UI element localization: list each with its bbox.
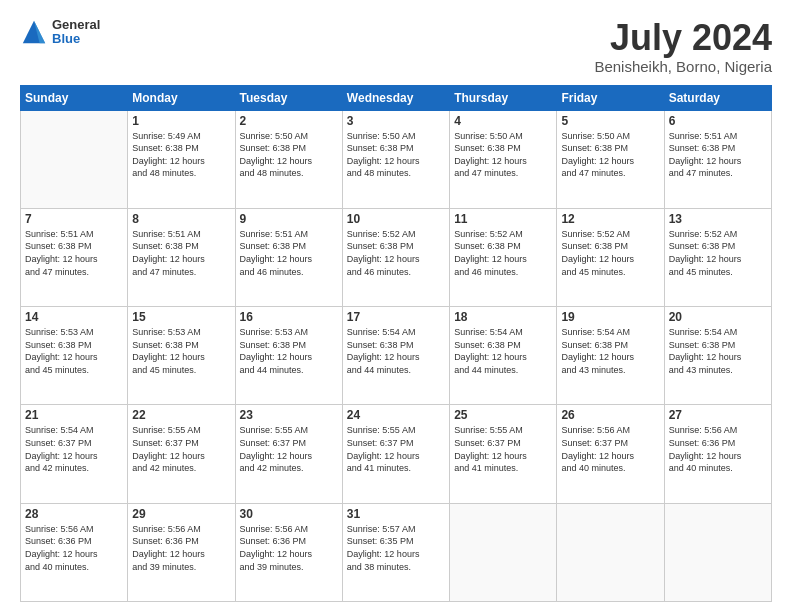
cell-info: Sunrise: 5:54 AMSunset: 6:38 PMDaylight:…: [561, 326, 659, 376]
calendar-header-row: SundayMondayTuesdayWednesdayThursdayFrid…: [21, 85, 772, 110]
calendar-cell: 25Sunrise: 5:55 AMSunset: 6:37 PMDayligh…: [450, 405, 557, 503]
calendar-week-row: 28Sunrise: 5:56 AMSunset: 6:36 PMDayligh…: [21, 503, 772, 601]
cell-info: Sunrise: 5:55 AMSunset: 6:37 PMDaylight:…: [132, 424, 230, 474]
cell-info: Sunrise: 5:55 AMSunset: 6:37 PMDaylight:…: [240, 424, 338, 474]
calendar-week-row: 14Sunrise: 5:53 AMSunset: 6:38 PMDayligh…: [21, 307, 772, 405]
cell-info: Sunrise: 5:57 AMSunset: 6:35 PMDaylight:…: [347, 523, 445, 573]
cell-info: Sunrise: 5:51 AMSunset: 6:38 PMDaylight:…: [132, 228, 230, 278]
cell-info: Sunrise: 5:49 AMSunset: 6:38 PMDaylight:…: [132, 130, 230, 180]
day-number: 13: [669, 212, 767, 226]
calendar-cell: 19Sunrise: 5:54 AMSunset: 6:38 PMDayligh…: [557, 307, 664, 405]
cell-info: Sunrise: 5:51 AMSunset: 6:38 PMDaylight:…: [669, 130, 767, 180]
day-number: 7: [25, 212, 123, 226]
day-number: 24: [347, 408, 445, 422]
logo-text: General Blue: [52, 18, 100, 47]
day-number: 11: [454, 212, 552, 226]
day-number: 30: [240, 507, 338, 521]
cell-info: Sunrise: 5:55 AMSunset: 6:37 PMDaylight:…: [347, 424, 445, 474]
calendar-cell: 11Sunrise: 5:52 AMSunset: 6:38 PMDayligh…: [450, 208, 557, 306]
title-block: July 2024 Benisheikh, Borno, Nigeria: [594, 18, 772, 75]
calendar-cell: 3Sunrise: 5:50 AMSunset: 6:38 PMDaylight…: [342, 110, 449, 208]
calendar-cell: 2Sunrise: 5:50 AMSunset: 6:38 PMDaylight…: [235, 110, 342, 208]
cell-info: Sunrise: 5:52 AMSunset: 6:38 PMDaylight:…: [347, 228, 445, 278]
logo: General Blue: [20, 18, 100, 47]
cell-info: Sunrise: 5:52 AMSunset: 6:38 PMDaylight:…: [454, 228, 552, 278]
day-number: 2: [240, 114, 338, 128]
cell-info: Sunrise: 5:51 AMSunset: 6:38 PMDaylight:…: [240, 228, 338, 278]
calendar-cell: 21Sunrise: 5:54 AMSunset: 6:37 PMDayligh…: [21, 405, 128, 503]
day-number: 12: [561, 212, 659, 226]
calendar-cell: 26Sunrise: 5:56 AMSunset: 6:37 PMDayligh…: [557, 405, 664, 503]
calendar-header-thursday: Thursday: [450, 85, 557, 110]
calendar-cell: [450, 503, 557, 601]
calendar-header-friday: Friday: [557, 85, 664, 110]
cell-info: Sunrise: 5:54 AMSunset: 6:38 PMDaylight:…: [454, 326, 552, 376]
logo-general-text: General: [52, 18, 100, 32]
day-number: 28: [25, 507, 123, 521]
day-number: 29: [132, 507, 230, 521]
cell-info: Sunrise: 5:56 AMSunset: 6:36 PMDaylight:…: [240, 523, 338, 573]
calendar-cell: 14Sunrise: 5:53 AMSunset: 6:38 PMDayligh…: [21, 307, 128, 405]
calendar-cell: 4Sunrise: 5:50 AMSunset: 6:38 PMDaylight…: [450, 110, 557, 208]
calendar-cell: 22Sunrise: 5:55 AMSunset: 6:37 PMDayligh…: [128, 405, 235, 503]
calendar-header-tuesday: Tuesday: [235, 85, 342, 110]
calendar-cell: [21, 110, 128, 208]
calendar-week-row: 21Sunrise: 5:54 AMSunset: 6:37 PMDayligh…: [21, 405, 772, 503]
calendar-cell: 30Sunrise: 5:56 AMSunset: 6:36 PMDayligh…: [235, 503, 342, 601]
calendar-cell: 8Sunrise: 5:51 AMSunset: 6:38 PMDaylight…: [128, 208, 235, 306]
cell-info: Sunrise: 5:54 AMSunset: 6:38 PMDaylight:…: [669, 326, 767, 376]
calendar-cell: 29Sunrise: 5:56 AMSunset: 6:36 PMDayligh…: [128, 503, 235, 601]
cell-info: Sunrise: 5:53 AMSunset: 6:38 PMDaylight:…: [132, 326, 230, 376]
day-number: 6: [669, 114, 767, 128]
day-number: 20: [669, 310, 767, 324]
day-number: 23: [240, 408, 338, 422]
calendar-cell: 15Sunrise: 5:53 AMSunset: 6:38 PMDayligh…: [128, 307, 235, 405]
day-number: 3: [347, 114, 445, 128]
cell-info: Sunrise: 5:56 AMSunset: 6:37 PMDaylight:…: [561, 424, 659, 474]
day-number: 16: [240, 310, 338, 324]
cell-info: Sunrise: 5:50 AMSunset: 6:38 PMDaylight:…: [561, 130, 659, 180]
cell-info: Sunrise: 5:55 AMSunset: 6:37 PMDaylight:…: [454, 424, 552, 474]
calendar-cell: 27Sunrise: 5:56 AMSunset: 6:36 PMDayligh…: [664, 405, 771, 503]
day-number: 18: [454, 310, 552, 324]
calendar-header-saturday: Saturday: [664, 85, 771, 110]
calendar-cell: 24Sunrise: 5:55 AMSunset: 6:37 PMDayligh…: [342, 405, 449, 503]
day-number: 8: [132, 212, 230, 226]
cell-info: Sunrise: 5:52 AMSunset: 6:38 PMDaylight:…: [669, 228, 767, 278]
calendar-cell: 13Sunrise: 5:52 AMSunset: 6:38 PMDayligh…: [664, 208, 771, 306]
calendar-week-row: 1Sunrise: 5:49 AMSunset: 6:38 PMDaylight…: [21, 110, 772, 208]
calendar-header-monday: Monday: [128, 85, 235, 110]
day-number: 27: [669, 408, 767, 422]
calendar-cell: 23Sunrise: 5:55 AMSunset: 6:37 PMDayligh…: [235, 405, 342, 503]
cell-info: Sunrise: 5:50 AMSunset: 6:38 PMDaylight:…: [347, 130, 445, 180]
day-number: 9: [240, 212, 338, 226]
day-number: 21: [25, 408, 123, 422]
day-number: 22: [132, 408, 230, 422]
cell-info: Sunrise: 5:53 AMSunset: 6:38 PMDaylight:…: [25, 326, 123, 376]
subtitle: Benisheikh, Borno, Nigeria: [594, 58, 772, 75]
calendar-header-sunday: Sunday: [21, 85, 128, 110]
calendar-cell: 31Sunrise: 5:57 AMSunset: 6:35 PMDayligh…: [342, 503, 449, 601]
logo-icon: [20, 18, 48, 46]
calendar-cell: 20Sunrise: 5:54 AMSunset: 6:38 PMDayligh…: [664, 307, 771, 405]
cell-info: Sunrise: 5:54 AMSunset: 6:37 PMDaylight:…: [25, 424, 123, 474]
calendar-cell: 18Sunrise: 5:54 AMSunset: 6:38 PMDayligh…: [450, 307, 557, 405]
day-number: 19: [561, 310, 659, 324]
calendar-cell: 12Sunrise: 5:52 AMSunset: 6:38 PMDayligh…: [557, 208, 664, 306]
day-number: 15: [132, 310, 230, 324]
cell-info: Sunrise: 5:56 AMSunset: 6:36 PMDaylight:…: [669, 424, 767, 474]
calendar-cell: 1Sunrise: 5:49 AMSunset: 6:38 PMDaylight…: [128, 110, 235, 208]
cell-info: Sunrise: 5:50 AMSunset: 6:38 PMDaylight:…: [454, 130, 552, 180]
cell-info: Sunrise: 5:50 AMSunset: 6:38 PMDaylight:…: [240, 130, 338, 180]
cell-info: Sunrise: 5:54 AMSunset: 6:38 PMDaylight:…: [347, 326, 445, 376]
day-number: 25: [454, 408, 552, 422]
cell-info: Sunrise: 5:56 AMSunset: 6:36 PMDaylight:…: [25, 523, 123, 573]
calendar-cell: 5Sunrise: 5:50 AMSunset: 6:38 PMDaylight…: [557, 110, 664, 208]
header: General Blue July 2024 Benisheikh, Borno…: [20, 18, 772, 75]
calendar-cell: 7Sunrise: 5:51 AMSunset: 6:38 PMDaylight…: [21, 208, 128, 306]
page: General Blue July 2024 Benisheikh, Borno…: [0, 0, 792, 612]
calendar-cell: [557, 503, 664, 601]
calendar-cell: 9Sunrise: 5:51 AMSunset: 6:38 PMDaylight…: [235, 208, 342, 306]
calendar-header-wednesday: Wednesday: [342, 85, 449, 110]
calendar-cell: 16Sunrise: 5:53 AMSunset: 6:38 PMDayligh…: [235, 307, 342, 405]
